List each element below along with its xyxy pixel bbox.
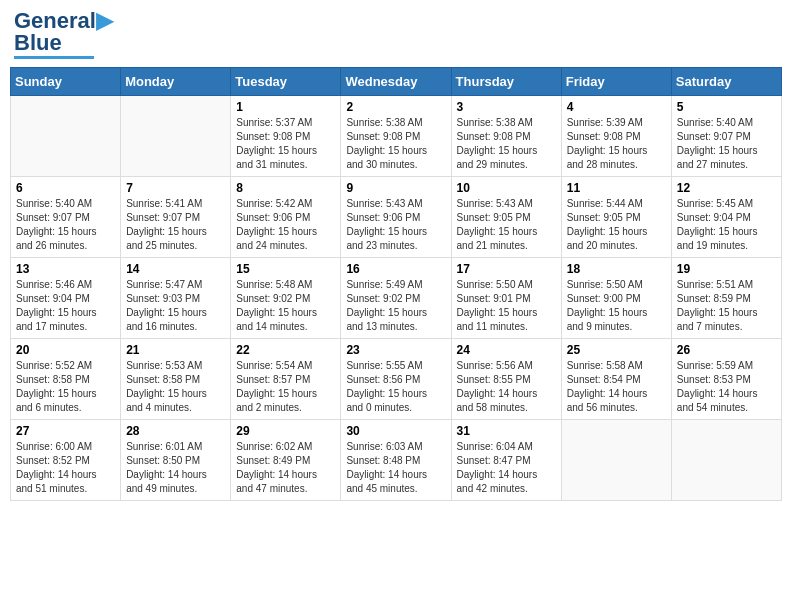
calendar-cell: 1 Sunrise: 5:37 AMSunset: 9:08 PMDayligh… xyxy=(231,96,341,177)
day-number: 7 xyxy=(126,181,225,195)
cell-info: Sunrise: 5:50 AMSunset: 9:00 PMDaylight:… xyxy=(567,278,666,334)
cell-info: Sunrise: 6:03 AMSunset: 8:48 PMDaylight:… xyxy=(346,440,445,496)
day-number: 4 xyxy=(567,100,666,114)
calendar-cell: 28 Sunrise: 6:01 AMSunset: 8:50 PMDaylig… xyxy=(121,420,231,501)
header-tuesday: Tuesday xyxy=(231,68,341,96)
calendar-week-1: 1 Sunrise: 5:37 AMSunset: 9:08 PMDayligh… xyxy=(11,96,782,177)
day-number: 24 xyxy=(457,343,556,357)
header-thursday: Thursday xyxy=(451,68,561,96)
cell-info: Sunrise: 5:47 AMSunset: 9:03 PMDaylight:… xyxy=(126,278,225,334)
calendar-cell xyxy=(561,420,671,501)
calendar-cell: 17 Sunrise: 5:50 AMSunset: 9:01 PMDaylig… xyxy=(451,258,561,339)
calendar-cell: 10 Sunrise: 5:43 AMSunset: 9:05 PMDaylig… xyxy=(451,177,561,258)
calendar-cell: 20 Sunrise: 5:52 AMSunset: 8:58 PMDaylig… xyxy=(11,339,121,420)
calendar-cell: 8 Sunrise: 5:42 AMSunset: 9:06 PMDayligh… xyxy=(231,177,341,258)
calendar-cell: 21 Sunrise: 5:53 AMSunset: 8:58 PMDaylig… xyxy=(121,339,231,420)
cell-info: Sunrise: 6:04 AMSunset: 8:47 PMDaylight:… xyxy=(457,440,556,496)
calendar-table: SundayMondayTuesdayWednesdayThursdayFrid… xyxy=(10,67,782,501)
calendar-cell: 25 Sunrise: 5:58 AMSunset: 8:54 PMDaylig… xyxy=(561,339,671,420)
logo-text: General▶Blue xyxy=(14,10,113,54)
day-number: 1 xyxy=(236,100,335,114)
day-number: 6 xyxy=(16,181,115,195)
day-number: 15 xyxy=(236,262,335,276)
day-number: 19 xyxy=(677,262,776,276)
calendar-cell: 26 Sunrise: 5:59 AMSunset: 8:53 PMDaylig… xyxy=(671,339,781,420)
header-saturday: Saturday xyxy=(671,68,781,96)
calendar-cell: 6 Sunrise: 5:40 AMSunset: 9:07 PMDayligh… xyxy=(11,177,121,258)
day-number: 8 xyxy=(236,181,335,195)
day-number: 10 xyxy=(457,181,556,195)
cell-info: Sunrise: 5:41 AMSunset: 9:07 PMDaylight:… xyxy=(126,197,225,253)
header-wednesday: Wednesday xyxy=(341,68,451,96)
cell-info: Sunrise: 5:49 AMSunset: 9:02 PMDaylight:… xyxy=(346,278,445,334)
day-number: 18 xyxy=(567,262,666,276)
day-number: 12 xyxy=(677,181,776,195)
day-number: 16 xyxy=(346,262,445,276)
cell-info: Sunrise: 5:48 AMSunset: 9:02 PMDaylight:… xyxy=(236,278,335,334)
cell-info: Sunrise: 5:45 AMSunset: 9:04 PMDaylight:… xyxy=(677,197,776,253)
cell-info: Sunrise: 5:46 AMSunset: 9:04 PMDaylight:… xyxy=(16,278,115,334)
day-number: 17 xyxy=(457,262,556,276)
header-monday: Monday xyxy=(121,68,231,96)
cell-info: Sunrise: 5:59 AMSunset: 8:53 PMDaylight:… xyxy=(677,359,776,415)
calendar-cell: 4 Sunrise: 5:39 AMSunset: 9:08 PMDayligh… xyxy=(561,96,671,177)
day-number: 27 xyxy=(16,424,115,438)
calendar-cell: 29 Sunrise: 6:02 AMSunset: 8:49 PMDaylig… xyxy=(231,420,341,501)
cell-info: Sunrise: 5:54 AMSunset: 8:57 PMDaylight:… xyxy=(236,359,335,415)
cell-info: Sunrise: 5:43 AMSunset: 9:05 PMDaylight:… xyxy=(457,197,556,253)
day-number: 3 xyxy=(457,100,556,114)
cell-info: Sunrise: 5:39 AMSunset: 9:08 PMDaylight:… xyxy=(567,116,666,172)
cell-info: Sunrise: 6:00 AMSunset: 8:52 PMDaylight:… xyxy=(16,440,115,496)
calendar-cell xyxy=(671,420,781,501)
calendar-week-3: 13 Sunrise: 5:46 AMSunset: 9:04 PMDaylig… xyxy=(11,258,782,339)
day-number: 11 xyxy=(567,181,666,195)
calendar-cell: 14 Sunrise: 5:47 AMSunset: 9:03 PMDaylig… xyxy=(121,258,231,339)
calendar-cell xyxy=(11,96,121,177)
day-number: 9 xyxy=(346,181,445,195)
cell-info: Sunrise: 5:38 AMSunset: 9:08 PMDaylight:… xyxy=(346,116,445,172)
calendar-cell: 30 Sunrise: 6:03 AMSunset: 8:48 PMDaylig… xyxy=(341,420,451,501)
calendar-cell: 18 Sunrise: 5:50 AMSunset: 9:00 PMDaylig… xyxy=(561,258,671,339)
calendar-cell xyxy=(121,96,231,177)
calendar-cell: 7 Sunrise: 5:41 AMSunset: 9:07 PMDayligh… xyxy=(121,177,231,258)
cell-info: Sunrise: 6:01 AMSunset: 8:50 PMDaylight:… xyxy=(126,440,225,496)
calendar-cell: 27 Sunrise: 6:00 AMSunset: 8:52 PMDaylig… xyxy=(11,420,121,501)
cell-info: Sunrise: 5:44 AMSunset: 9:05 PMDaylight:… xyxy=(567,197,666,253)
day-number: 23 xyxy=(346,343,445,357)
calendar-cell: 16 Sunrise: 5:49 AMSunset: 9:02 PMDaylig… xyxy=(341,258,451,339)
day-number: 29 xyxy=(236,424,335,438)
calendar-cell: 23 Sunrise: 5:55 AMSunset: 8:56 PMDaylig… xyxy=(341,339,451,420)
header-friday: Friday xyxy=(561,68,671,96)
day-number: 5 xyxy=(677,100,776,114)
cell-info: Sunrise: 5:50 AMSunset: 9:01 PMDaylight:… xyxy=(457,278,556,334)
calendar-cell: 19 Sunrise: 5:51 AMSunset: 8:59 PMDaylig… xyxy=(671,258,781,339)
cell-info: Sunrise: 5:38 AMSunset: 9:08 PMDaylight:… xyxy=(457,116,556,172)
cell-info: Sunrise: 5:40 AMSunset: 9:07 PMDaylight:… xyxy=(677,116,776,172)
day-number: 21 xyxy=(126,343,225,357)
day-number: 28 xyxy=(126,424,225,438)
calendar-week-2: 6 Sunrise: 5:40 AMSunset: 9:07 PMDayligh… xyxy=(11,177,782,258)
day-number: 31 xyxy=(457,424,556,438)
cell-info: Sunrise: 5:52 AMSunset: 8:58 PMDaylight:… xyxy=(16,359,115,415)
cell-info: Sunrise: 5:37 AMSunset: 9:08 PMDaylight:… xyxy=(236,116,335,172)
cell-info: Sunrise: 5:53 AMSunset: 8:58 PMDaylight:… xyxy=(126,359,225,415)
calendar-cell: 12 Sunrise: 5:45 AMSunset: 9:04 PMDaylig… xyxy=(671,177,781,258)
calendar-header-row: SundayMondayTuesdayWednesdayThursdayFrid… xyxy=(11,68,782,96)
day-number: 26 xyxy=(677,343,776,357)
calendar-cell: 9 Sunrise: 5:43 AMSunset: 9:06 PMDayligh… xyxy=(341,177,451,258)
calendar-cell: 31 Sunrise: 6:04 AMSunset: 8:47 PMDaylig… xyxy=(451,420,561,501)
cell-info: Sunrise: 5:42 AMSunset: 9:06 PMDaylight:… xyxy=(236,197,335,253)
day-number: 13 xyxy=(16,262,115,276)
calendar-cell: 15 Sunrise: 5:48 AMSunset: 9:02 PMDaylig… xyxy=(231,258,341,339)
calendar-cell: 22 Sunrise: 5:54 AMSunset: 8:57 PMDaylig… xyxy=(231,339,341,420)
calendar-cell: 11 Sunrise: 5:44 AMSunset: 9:05 PMDaylig… xyxy=(561,177,671,258)
cell-info: Sunrise: 5:43 AMSunset: 9:06 PMDaylight:… xyxy=(346,197,445,253)
cell-info: Sunrise: 5:51 AMSunset: 8:59 PMDaylight:… xyxy=(677,278,776,334)
calendar-week-4: 20 Sunrise: 5:52 AMSunset: 8:58 PMDaylig… xyxy=(11,339,782,420)
cell-info: Sunrise: 6:02 AMSunset: 8:49 PMDaylight:… xyxy=(236,440,335,496)
day-number: 14 xyxy=(126,262,225,276)
cell-info: Sunrise: 5:55 AMSunset: 8:56 PMDaylight:… xyxy=(346,359,445,415)
cell-info: Sunrise: 5:56 AMSunset: 8:55 PMDaylight:… xyxy=(457,359,556,415)
day-number: 22 xyxy=(236,343,335,357)
calendar-cell: 2 Sunrise: 5:38 AMSunset: 9:08 PMDayligh… xyxy=(341,96,451,177)
